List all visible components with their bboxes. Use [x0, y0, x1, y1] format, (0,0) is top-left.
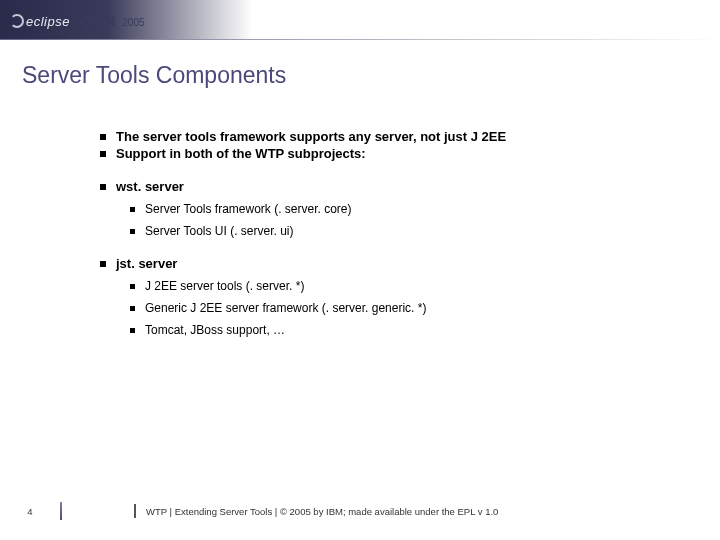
bullet-level2: Tomcat, JBoss support, … — [130, 323, 720, 337]
footer-text: WTP | Extending Server Tools | © 2005 by… — [146, 506, 498, 517]
eclipsecon-logo: eclipse CON 2005 — [14, 12, 145, 29]
square-bullet-icon — [100, 151, 106, 157]
square-bullet-icon — [100, 134, 106, 140]
bullet-level1-wst: wst. server — [100, 179, 720, 194]
page-number: 4 — [0, 506, 60, 517]
header-divider — [0, 39, 720, 40]
bullet-level2: J 2EE server tools (. server. *) — [130, 279, 720, 293]
footer-divider — [134, 504, 136, 518]
square-bullet-icon — [130, 207, 135, 212]
square-bullet-icon — [130, 284, 135, 289]
swirl-icon — [10, 14, 24, 28]
bullet-text: Generic J 2EE server framework (. server… — [145, 301, 426, 315]
footer-divider — [60, 502, 62, 520]
square-bullet-icon — [130, 229, 135, 234]
bullet-level1: Support in both of the WTP subprojects: — [100, 146, 720, 161]
bullet-text: J 2EE server tools (. server. *) — [145, 279, 304, 293]
bullet-text: Server Tools framework (. server. core) — [145, 202, 352, 216]
bullet-level2: Server Tools UI (. server. ui) — [130, 224, 720, 238]
slide-header: eclipse CON 2005 — [0, 0, 720, 40]
bullet-level2: Generic J 2EE server framework (. server… — [130, 301, 720, 315]
bullet-level1-jst: jst. server — [100, 256, 720, 271]
square-bullet-icon — [100, 184, 106, 190]
square-bullet-icon — [100, 261, 106, 267]
bullet-level2: Server Tools framework (. server. core) — [130, 202, 720, 216]
bullet-text: Server Tools UI (. server. ui) — [145, 224, 294, 238]
bullet-level1: The server tools framework supports any … — [100, 129, 720, 144]
bullet-text: Tomcat, JBoss support, … — [145, 323, 285, 337]
bullet-text: jst. server — [116, 256, 177, 271]
square-bullet-icon — [130, 328, 135, 333]
bullet-text: wst. server — [116, 179, 184, 194]
brand-year: 2005 — [122, 17, 144, 28]
slide-content: The server tools framework supports any … — [100, 129, 720, 337]
brand-eclipse: eclipse — [26, 14, 70, 29]
bullet-text: The server tools framework supports any … — [116, 129, 506, 144]
slide-title: Server Tools Components — [22, 62, 720, 89]
square-bullet-icon — [130, 306, 135, 311]
slide-footer: 4 WTP | Extending Server Tools | © 2005 … — [0, 502, 720, 520]
brand-con: CON — [80, 12, 116, 29]
bullet-text: Support in both of the WTP subprojects: — [116, 146, 366, 161]
